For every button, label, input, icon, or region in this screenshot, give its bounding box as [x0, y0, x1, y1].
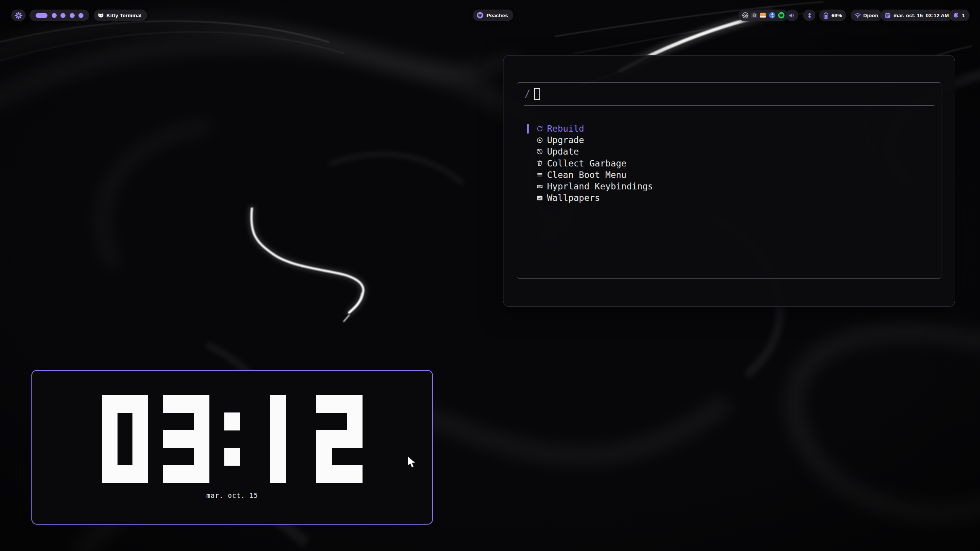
focused-window-pill[interactable]: Kitty Terminal	[94, 10, 147, 21]
launcher-button[interactable]	[11, 10, 26, 21]
spotify-icon[interactable]	[777, 11, 785, 19]
system-tray[interactable]	[738, 10, 788, 21]
clock-widget: mar. oct. 15	[31, 370, 433, 525]
launcher-item-upgrade[interactable]: Upgrade	[527, 134, 933, 146]
search-input[interactable]: /	[517, 83, 941, 105]
launcher-item-collect-garbage[interactable]: Collect Garbage	[527, 158, 933, 169]
launcher-item-update[interactable]: Update	[527, 146, 933, 157]
music-icon	[476, 11, 484, 19]
launcher-item-label: Update	[547, 147, 579, 156]
now-playing-pill[interactable]: Peaches	[473, 10, 513, 21]
selection-bar	[527, 135, 529, 145]
launcher-item-label: Collect Garbage	[547, 158, 627, 168]
download-circle-icon	[536, 137, 543, 143]
mouse-cursor	[407, 456, 417, 470]
rotate-icon	[536, 125, 543, 132]
launcher-item-label: Rebuild	[547, 124, 584, 134]
bell-icon	[952, 12, 959, 19]
selection-bar	[527, 193, 529, 203]
datetime-pill[interactable]: mar. oct. 15 03:12 AM	[880, 10, 953, 21]
launcher-item-hyprland-keybindings[interactable]: Hyprland Keybindings	[527, 181, 933, 192]
launcher-box: / Rebuild Upgrade Update Collect Garbage…	[517, 82, 941, 279]
launcher-item-label: Upgrade	[547, 135, 584, 145]
workspace-dot[interactable]	[52, 13, 57, 18]
search-prompt-label: /	[524, 88, 531, 99]
separator	[524, 105, 934, 106]
calendar-icon	[884, 12, 891, 19]
clock-time	[102, 395, 362, 483]
launcher-item-label: Wallpapers	[547, 193, 600, 203]
app-box-icon[interactable]	[751, 12, 758, 19]
launcher-panel: / Rebuild Upgrade Update Collect Garbage…	[503, 55, 955, 307]
bluetooth-icon	[806, 12, 813, 19]
launcher-item-label: Clean Boot Menu	[547, 170, 627, 180]
now-playing-label: Peaches	[487, 13, 508, 18]
flake-icon	[15, 11, 23, 20]
launcher-item-wallpapers[interactable]: Wallpapers	[527, 192, 933, 204]
network-pill[interactable]: Djoon	[851, 10, 882, 21]
workspace-dot[interactable]	[70, 13, 75, 18]
selection-bar	[527, 170, 529, 179]
selection-bar	[527, 124, 529, 134]
launcher-item-clean-boot-menu[interactable]: Clean Boot Menu	[527, 169, 933, 181]
image-icon	[536, 194, 543, 201]
lens-icon[interactable]	[742, 11, 749, 19]
datetime-label: mar. oct. 15 03:12 AM	[893, 13, 949, 18]
trash-icon	[536, 160, 543, 167]
focused-window-label: Kitty Terminal	[106, 13, 142, 18]
battery-pill[interactable]: 69%	[819, 10, 846, 21]
text-cursor	[534, 88, 540, 100]
workspace-dot[interactable]	[60, 13, 65, 18]
selection-bar	[527, 158, 529, 168]
desktop: Kitty Terminal Peaches 69% Djoon	[0, 0, 980, 551]
launcher-item-label: Hyprland Keybindings	[547, 181, 653, 191]
volume-pill[interactable]	[786, 10, 798, 21]
selection-bar	[527, 147, 529, 156]
workspace-active[interactable]	[36, 13, 47, 18]
notification-count: 1	[962, 13, 965, 18]
clock-date: mar. oct. 15	[32, 492, 432, 499]
speaker-icon	[788, 12, 795, 19]
bluetooth-badge-icon[interactable]	[768, 11, 776, 19]
network-ssid: Djoon	[863, 13, 878, 18]
cat-icon	[98, 12, 104, 19]
battery-percent: 69%	[831, 13, 842, 18]
list-icon	[536, 171, 543, 178]
wifi-icon	[854, 12, 861, 19]
keyboard-icon	[536, 183, 543, 190]
battery-icon	[822, 12, 830, 19]
workspace-dot[interactable]	[78, 13, 83, 18]
launcher-results: Rebuild Upgrade Update Collect Garbage C…	[527, 123, 933, 204]
selection-bar	[527, 182, 529, 191]
launcher-item-rebuild[interactable]: Rebuild	[527, 123, 933, 134]
notifications-pill[interactable]: 1	[949, 10, 970, 21]
workspace-indicator[interactable]	[29, 10, 89, 21]
bluetooth-pill[interactable]	[803, 10, 815, 21]
files-icon[interactable]	[759, 11, 767, 19]
history-icon	[536, 148, 543, 155]
